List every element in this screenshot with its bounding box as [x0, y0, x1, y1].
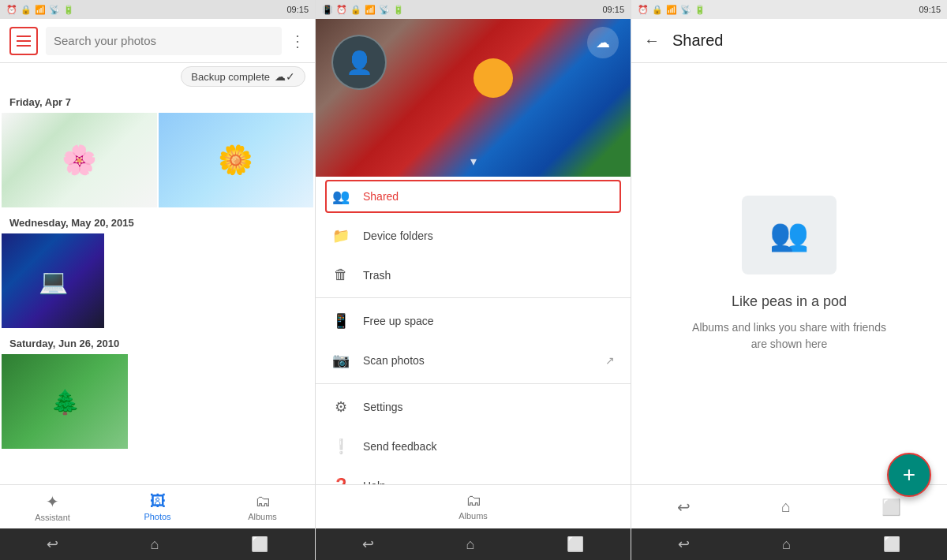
help-label: Help [363, 480, 615, 484]
backup-label: Backup complete [191, 71, 270, 83]
backup-status[interactable]: Backup complete ☁✓ [181, 66, 305, 87]
signal-icon-2: 📡 [379, 5, 390, 15]
device-folders-label: Device folders [363, 230, 615, 242]
menu-item-trash[interactable]: 🗑 Trash [316, 256, 631, 294]
photo-thumb[interactable] [2, 233, 104, 328]
date-label-3: Saturday, Jun 26, 2010 [0, 331, 315, 354]
external-link-icon: ↗ [605, 354, 615, 367]
nav-albums-drawer[interactable]: 🗂 Albums [316, 491, 631, 521]
section-divider-1 [316, 297, 631, 298]
battery-icon-2: 🔋 [393, 5, 404, 15]
photo-thumb[interactable] [2, 354, 128, 449]
panel-shared-wrapper: ⏰ 🔒 📶 📡 🔋 09:15 ← Shared Like peas in a … [631, 0, 947, 560]
alarm-icon-3: ⏰ [638, 5, 649, 15]
home-system-button-2[interactable]: ⌂ [466, 536, 475, 553]
backup-checkmark-icon: ☁✓ [275, 70, 295, 83]
settings-label: Settings [363, 401, 615, 413]
nav-photos[interactable]: 🖼 Photos [105, 492, 210, 521]
back-button[interactable]: ← [644, 32, 660, 50]
menu-item-send-feedback[interactable]: ❕ Send feedback [316, 427, 631, 466]
nav-albums-drawer-label: Albums [459, 511, 488, 521]
drawer-menu: 👥 Shared 📁 Device folders 🗑 Trash 📱 Free… [316, 177, 631, 484]
settings-icon: ⚙ [331, 398, 350, 416]
date-label-2: Wednesday, May 20, 2015 [0, 211, 315, 233]
photo-grid-3 [0, 354, 315, 449]
home-system-button[interactable]: ⌂ [151, 536, 159, 553]
time-display-3: 09:15 [919, 5, 941, 14]
menu-item-device-folders[interactable]: 📁 Device folders [316, 216, 631, 256]
search-input-area[interactable] [46, 27, 282, 55]
phone-icon: 📱 [331, 312, 350, 330]
recents-nav-shared[interactable]: ⬜ [881, 498, 901, 517]
status-bar-left-3: ⏰ 🔒 📶 📡 🔋 [638, 5, 706, 15]
more-options-icon[interactable]: ⋮ [290, 32, 305, 50]
trash-label: Trash [363, 269, 615, 282]
photo-grid-2 [0, 233, 315, 328]
section-divider-2 [316, 383, 631, 384]
recents-system-button[interactable]: ⬜ [251, 536, 268, 553]
menu-item-scan-photos[interactable]: 📷 Scan photos ↗ [316, 341, 631, 380]
home-nav-shared[interactable]: ⌂ [781, 498, 791, 516]
system-bar-2: ↩ ⌂ ⬜ [316, 528, 631, 560]
wifi-icon-3: 📶 [666, 5, 677, 15]
nav-albums[interactable]: 🗂 Albums [210, 492, 315, 521]
cloud-backup-button[interactable]: ☁ [587, 27, 619, 58]
assistant-icon: ✦ [46, 492, 59, 511]
photo-thumb[interactable] [2, 113, 157, 207]
add-icon: + [903, 462, 915, 487]
back-nav-shared[interactable]: ↩ [677, 498, 691, 517]
battery-icon: 🔋 [63, 5, 74, 15]
trash-icon: 🗑 [331, 267, 350, 283]
recents-system-button-3[interactable]: ⬜ [883, 536, 900, 553]
status-bar-right-1: 09:15 [286, 5, 309, 14]
recents-system-button-2[interactable]: ⬜ [567, 536, 584, 553]
back-system-button-2[interactable]: ↩ [362, 536, 374, 553]
backup-banner: Backup complete ☁✓ [0, 63, 315, 90]
expand-account-icon[interactable]: ▾ [470, 154, 477, 169]
back-system-button[interactable]: ↩ [47, 536, 58, 553]
shared-label: Shared [363, 190, 615, 203]
photo-thumb[interactable] [159, 113, 314, 207]
albums-icon: 🗂 [255, 492, 271, 510]
system-bar-1: ↩ ⌂ ⬜ [0, 528, 315, 560]
menu-item-shared[interactable]: 👥 Shared [316, 177, 631, 216]
feedback-icon: ❕ [331, 438, 350, 455]
search-input[interactable] [54, 34, 274, 47]
shared-empty-illustration [742, 196, 837, 274]
menu-item-settings[interactable]: ⚙ Settings [316, 387, 631, 427]
nav-assistant[interactable]: ✦ Assistant [0, 492, 105, 522]
date-section-3: Saturday, Jun 26, 2010 [0, 331, 315, 449]
drawer-bottom-nav: 🗂 Albums [316, 484, 631, 528]
yellow-circle-decoration [474, 58, 513, 98]
photo-grid-1 [0, 113, 315, 207]
help-icon: ❓ [331, 477, 350, 484]
system-bar-3: ↩ ⌂ ⬜ [631, 528, 947, 560]
cloud-icon[interactable]: ☁ [587, 27, 619, 58]
photos-icon: 🖼 [150, 492, 166, 510]
hamburger-icon [17, 35, 31, 47]
date-section-2: Wednesday, May 20, 2015 [0, 211, 315, 328]
shared-sub-message: Albums and links you share with friends … [687, 319, 892, 353]
lock-icon: 🔒 [21, 5, 32, 15]
shared-page-title: Shared [672, 32, 724, 50]
time-display-2: 09:15 [602, 5, 624, 14]
status-bar-right-3: 09:15 [919, 5, 941, 14]
back-system-button-3[interactable]: ↩ [678, 536, 690, 553]
user-avatar[interactable]: 👤 [331, 35, 387, 90]
panel-google-photos: ⏰ 🔒 📶 📡 🔋 09:15 ⋮ Backup complete ☁✓ [0, 0, 316, 560]
status-bar-2: 📳 ⏰ 🔒 📶 📡 🔋 09:15 [316, 0, 631, 19]
drawer-header: 👤 ☁ ▾ [316, 19, 631, 177]
status-bar-left-1: ⏰ 🔒 📶 📡 🔋 [6, 5, 74, 15]
nav-assistant-label: Assistant [35, 513, 70, 522]
menu-button[interactable] [9, 27, 38, 55]
shared-main-message: Like peas in a pod [732, 293, 847, 310]
add-shared-album-fab[interactable]: + [887, 453, 931, 497]
home-system-button-3[interactable]: ⌂ [782, 536, 791, 553]
menu-item-free-up-space[interactable]: 📱 Free up space [316, 301, 631, 341]
date-section-1: Friday, Apr 7 [0, 90, 315, 207]
status-bar-3: ⏰ 🔒 📶 📡 🔋 09:15 [631, 0, 947, 19]
nav-photos-label: Photos [144, 512, 170, 521]
vibrate-icon: 📳 [322, 5, 333, 15]
time-display-1: 09:15 [286, 5, 309, 14]
menu-item-help[interactable]: ❓ Help [316, 466, 631, 484]
